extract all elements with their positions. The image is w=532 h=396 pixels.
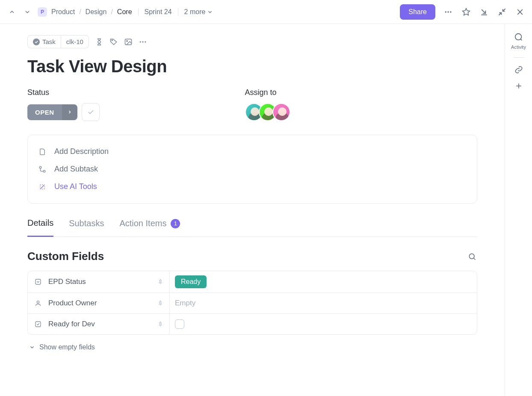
mark-complete-button[interactable] (82, 103, 100, 121)
svg-rect-22 (35, 322, 41, 327)
main-content: Task clk-10 Task View Design (0, 24, 505, 396)
breadcrumb-item-design[interactable]: Design (86, 8, 107, 16)
status-badge: Ready (175, 275, 207, 288)
svg-point-21 (37, 301, 39, 303)
add-description-button[interactable]: Add Description (38, 143, 467, 160)
space-icon: P (38, 7, 47, 17)
svg-point-10 (112, 40, 112, 41)
tab-details[interactable]: Details (27, 218, 53, 237)
svg-point-23 (515, 34, 521, 40)
status-pill[interactable]: OPEN (27, 104, 77, 120)
document-icon (38, 148, 47, 156)
add-description-label: Add Description (54, 147, 109, 156)
tabs: Details Subtasks Action Items 1 (27, 218, 477, 237)
avatar[interactable] (272, 103, 290, 121)
custom-field-name[interactable]: Ready for Dev (28, 314, 170, 334)
tags-button[interactable] (109, 38, 118, 46)
svg-point-18 (469, 254, 474, 259)
more-menu-button[interactable] (443, 7, 453, 17)
breadcrumb-divider (138, 8, 139, 16)
more-actions-button[interactable] (139, 38, 147, 46)
custom-field-name[interactable]: EPD Status (28, 271, 170, 293)
use-ai-label: Use AI Tools (54, 182, 97, 191)
magic-wand-icon (38, 183, 47, 191)
breadcrumb-divider (178, 8, 178, 16)
breadcrumb-more-label: 2 more (184, 8, 206, 16)
show-empty-fields-label: Show empty fields (39, 343, 95, 351)
custom-fields-header: Custom Fields (27, 250, 477, 263)
custom-fields-title: Custom Fields (27, 250, 104, 263)
add-panel-button[interactable] (514, 82, 523, 90)
pin-button[interactable] (157, 321, 163, 327)
svg-point-12 (127, 40, 128, 41)
tab-action-items-label: Action Items (119, 219, 166, 228)
svg-point-1 (447, 11, 449, 12)
pin-button[interactable] (157, 279, 163, 285)
custom-field-name-label: Ready for Dev (48, 320, 95, 328)
tab-subtasks[interactable]: Subtasks (69, 218, 104, 236)
check-circle-icon (33, 38, 40, 45)
custom-fields-table: EPD Status Ready Product Owner (27, 271, 477, 335)
breadcrumb-item-product[interactable]: Product (51, 8, 75, 16)
link-icon (514, 65, 523, 74)
close-button[interactable] (515, 7, 525, 17)
nav-prev-button[interactable] (7, 7, 17, 17)
svg-line-4 (482, 9, 485, 13)
svg-point-0 (445, 11, 446, 12)
add-subtask-button[interactable]: Add Subtask (38, 160, 467, 178)
download-button[interactable] (479, 7, 489, 17)
custom-field-name-label: EPD Status (48, 278, 86, 286)
svg-marker-3 (463, 8, 470, 15)
tab-action-items[interactable]: Action Items 1 (119, 218, 180, 236)
task-title[interactable]: Task View Design (27, 57, 477, 76)
svg-point-2 (450, 11, 451, 12)
svg-point-14 (142, 41, 143, 42)
chat-bubble-icon (514, 33, 523, 42)
status-label: Status (27, 88, 100, 97)
activity-tab[interactable]: Activity (511, 33, 526, 50)
chevron-down-icon (29, 344, 35, 350)
status-next-button[interactable] (62, 104, 77, 120)
custom-field-name[interactable]: Product Owner (28, 293, 170, 313)
favorite-button[interactable] (461, 7, 471, 17)
assign-block: Assign to (245, 88, 290, 121)
status-value: OPEN (27, 104, 62, 120)
custom-field-row: Ready for Dev (28, 314, 477, 334)
breadcrumb: P Product / Design / Core Sprint 24 2 mo… (38, 7, 213, 17)
svg-point-15 (145, 41, 146, 42)
assign-label: Assign to (245, 88, 290, 97)
checkbox-field-icon (34, 321, 42, 328)
breadcrumb-more[interactable]: 2 more (184, 8, 213, 16)
task-chip[interactable]: Task clk-10 (27, 35, 89, 48)
task-chip-type-label: Task (42, 38, 56, 45)
checkbox-input[interactable] (175, 319, 184, 329)
custom-field-name-label: Product Owner (48, 299, 97, 307)
use-ai-button[interactable]: Use AI Tools (38, 178, 467, 195)
activity-label: Activity (511, 44, 526, 50)
svg-point-13 (139, 41, 141, 42)
meta-row: Status OPEN Assign to (27, 88, 477, 121)
custom-field-value[interactable]: Empty (170, 293, 477, 313)
custom-field-value[interactable] (170, 314, 477, 334)
collapse-button[interactable] (497, 7, 507, 17)
breadcrumb-sprint[interactable]: Sprint 24 (145, 8, 172, 16)
nav-next-button[interactable] (22, 7, 33, 17)
subtask-icon (38, 165, 47, 173)
show-empty-fields-button[interactable]: Show empty fields (27, 343, 477, 351)
breadcrumb-item-core[interactable]: Core (117, 8, 132, 16)
breadcrumb-sep: / (111, 8, 112, 16)
task-chip-type: Task (28, 35, 61, 48)
quick-actions: Add Description Add Subtask Use AI Tools (27, 135, 477, 204)
attachments-button[interactable] (124, 38, 133, 46)
tab-action-items-count: 1 (171, 219, 180, 228)
topbar-left: P Product / Design / Core Sprint 24 2 mo… (7, 7, 400, 17)
search-custom-fields-button[interactable] (467, 251, 477, 262)
share-button[interactable]: Share (400, 4, 435, 20)
time-tracking-button[interactable] (95, 38, 103, 46)
custom-field-row: EPD Status Ready (28, 271, 477, 293)
custom-field-value[interactable]: Ready (170, 271, 477, 293)
pin-button[interactable] (157, 300, 163, 306)
assignee-avatars[interactable] (245, 103, 290, 121)
copy-link-button[interactable] (514, 65, 523, 74)
svg-line-19 (474, 258, 476, 260)
